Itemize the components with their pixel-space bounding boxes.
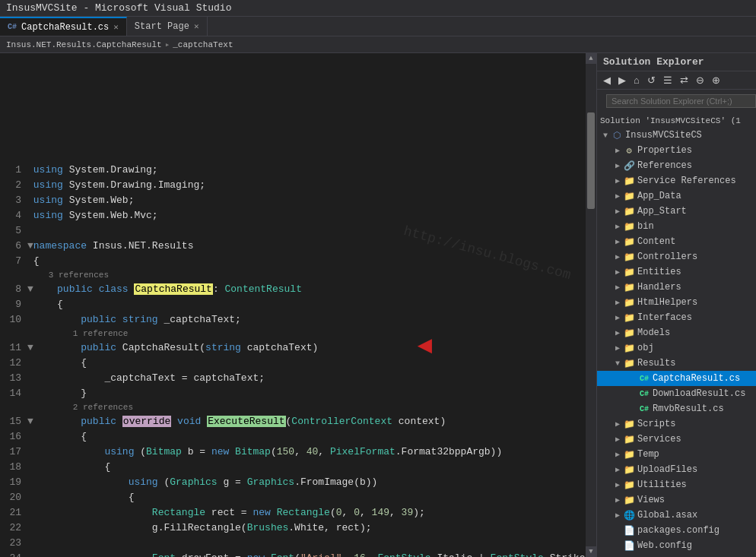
app-data-arrow-icon: ▶ [612,191,623,201]
breadcrumb-member[interactable]: _captchaText [173,40,233,49]
se-new-button[interactable]: ⊕ [709,73,723,87]
se-item-temp[interactable]: ▶ 📁 Temp [597,447,756,462]
obj-folder-icon: 📁 [623,343,635,354]
code-line-14: 14 } [6,386,586,401]
handlers-folder-icon: 📁 [623,282,635,293]
htmlhelpers-folder-icon: 📁 [623,297,635,309]
se-item-scripts[interactable]: ▶ 📁 Scripts [597,416,756,432]
se-item-interfaces[interactable]: ▶ 📁 Interfaces [597,310,756,325]
scripts-arrow-icon: ▶ [612,419,623,429]
scroll-down-button[interactable]: ▼ [586,546,596,557]
se-item-results[interactable]: ▼ 📁 Results [597,356,756,371]
se-item-label: RmvbResult.cs [653,404,724,414]
se-item-content[interactable]: ▶ 📁 Content [597,234,756,249]
code-line-5: 5 [6,223,586,239]
solution-explorer: Solution Explorer ◀ ▶ ⌂ ↺ ☰ ⇄ ⊖ ⊕ Soluti… [596,53,756,557]
code-line-22: 22 g.FillRectangle(Brushes.White, rect); [6,521,586,536]
se-refresh-button[interactable]: ↺ [644,73,659,87]
se-home-button[interactable]: ⌂ [631,73,643,87]
se-forward-button[interactable]: ▶ [615,73,629,87]
se-item-uploadfiles[interactable]: ▶ 📁 UploadFiles [597,462,756,477]
se-item-label: Service References [637,176,736,186]
tab-close-icon[interactable]: ✕ [113,22,119,32]
references-icon: 🔗 [623,160,635,172]
se-item-label: Web.config [637,540,692,551]
se-item-obj[interactable]: ▶ 📁 obj [597,340,756,356]
se-item-label: UploadFiles [637,464,697,475]
properties-folder-icon: ⚙ [623,145,635,157]
se-item-htmlhelpers[interactable]: ▶ 📁 HtmlHelpers [597,295,756,310]
editor-content[interactable]: http://insu.blogs.com 1 using System.Dra… [0,53,596,557]
se-item-project[interactable]: ▼ ⬡ InsusMVCSiteCS [597,128,756,143]
se-props-button[interactable]: ☰ [660,73,675,87]
services-arrow-icon: ▶ [612,435,623,444]
code-line-10: 10 public string _captchaText; [6,312,586,328]
htmlhelpers-arrow-icon: ▶ [612,298,623,307]
tab-cs-icon: C# [8,23,17,31]
se-item-label: packages.config [637,525,719,536]
se-item-app-data[interactable]: ▶ 📁 App_Data [597,188,756,204]
se-item-models[interactable]: ▶ 📁 Models [597,325,756,340]
content-arrow-icon: ▶ [612,237,623,246]
results-folder-icon: 📁 [623,358,635,369]
properties-arrow-icon: ▶ [612,146,623,155]
se-item-rmvbresult[interactable]: C# RmvbResult.cs [597,401,756,416]
tab-start-close-icon[interactable]: ✕ [194,21,199,31]
se-item-label: App_Start [637,206,687,217]
se-back-button[interactable]: ◀ [600,73,614,87]
se-collapse-button[interactable]: ⊖ [693,73,707,87]
se-item-bin[interactable]: ▶ 📁 bin [597,219,756,234]
scroll-track[interactable] [586,64,596,546]
se-item-label: Properties [637,145,692,156]
project-arrow-icon: ▼ [600,131,611,140]
scroll-up-button[interactable]: ▲ [586,53,596,64]
se-item-captcharesult[interactable]: C# CaptchaResult.cs [597,371,756,386]
se-item-label: Models [637,328,670,338]
se-item-globalasax[interactable]: ▶ 🌐 Global.asax [597,508,756,523]
tab-start[interactable]: Start Page ✕ [127,17,208,36]
code-line-19: 19 using (Graphics g = Graphics.FromImag… [6,475,586,490]
se-item-service-refs[interactable]: ▶ 📁 Service References [597,173,756,188]
se-sync-button[interactable]: ⇄ [677,73,691,87]
breadcrumb-namespace[interactable]: Insus.NET.Results.CaptchaResult [6,40,162,49]
se-item-controllers[interactable]: ▶ 📁 Controllers [597,249,756,264]
code-line-24: 24 Font drawFont = new Font("Arial", 16,… [6,551,586,557]
uploadfiles-arrow-icon: ▶ [612,465,623,474]
se-item-downloadresult[interactable]: C# DownloadResult.cs [597,386,756,401]
se-item-views[interactable]: ▶ 📁 Views [597,492,756,508]
se-item-label: Views [637,495,665,505]
code-line-3: 3 using System.Web; [6,193,586,208]
code-line-1: 1 using System.Drawing; [6,163,586,178]
app-start-folder-icon: 📁 [623,206,635,217]
breadcrumb-sep: ▸ [165,40,170,49]
utilities-arrow-icon: ▶ [612,480,623,489]
tab-captcha-label: CaptchaResult.cs [21,22,109,33]
se-item-packages[interactable]: 📄 packages.config [597,523,756,538]
scroll-thumb[interactable] [587,112,595,209]
se-item-references[interactable]: ▶ 🔗 References [597,158,756,173]
controllers-arrow-icon: ▶ [612,252,623,261]
tab-bar: C# CaptchaResult.cs ✕ Start Page ✕ [0,17,756,36]
results-arrow-icon: ▼ [612,359,623,368]
webconfig-icon: 📄 [623,540,635,552]
se-item-label: Content [637,236,675,247]
content-folder-icon: 📁 [623,236,635,248]
se-item-services[interactable]: ▶ 📁 Services [597,432,756,447]
se-item-label: App_Data [637,191,681,201]
scrollbar-vertical[interactable]: ▲ ▼ [586,53,596,557]
se-item-label: Entities [637,267,681,277]
code-line-13: 13 _captchaText = captchaText; [6,371,586,386]
se-item-utilities[interactable]: ▶ 📁 Utilities [597,477,756,492]
se-item-label: Handlers [637,282,681,293]
se-item-handlers[interactable]: ▶ 📁 Handlers [597,280,756,295]
se-item-entities[interactable]: ▶ 📁 Entities [597,264,756,280]
code-area[interactable]: http://insu.blogs.com 1 using System.Dra… [0,53,586,557]
code-line-20: 20 { [6,490,586,505]
hint-2refs: 2 references [6,401,586,414]
se-search-input[interactable] [606,94,756,108]
se-item-label: obj [637,343,654,353]
se-item-webconfig[interactable]: 📄 Web.config [597,538,756,553]
se-item-properties[interactable]: ▶ ⚙ Properties [597,143,756,158]
tab-captcha[interactable]: C# CaptchaResult.cs ✕ [0,17,127,36]
se-item-app-start[interactable]: ▶ 📁 App_Start [597,204,756,219]
